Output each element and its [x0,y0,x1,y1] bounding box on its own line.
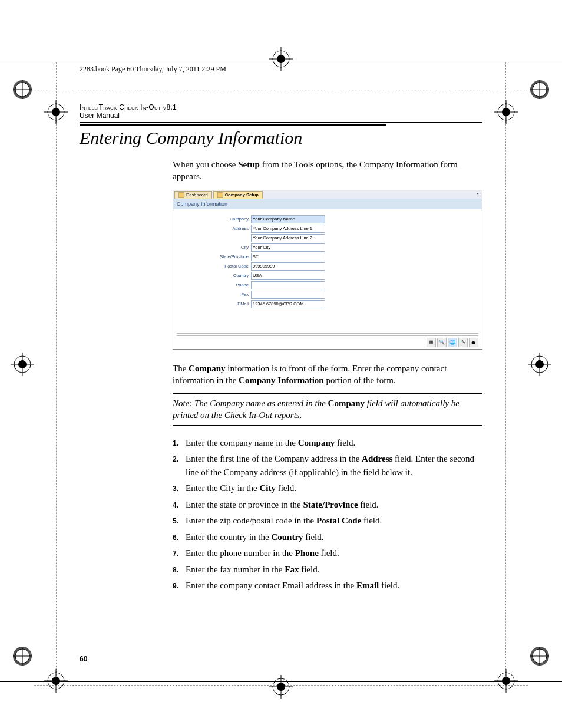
close-tab-button[interactable]: × [475,191,481,199]
input-address1[interactable]: Your Company Address Line 1 [251,225,325,233]
body-paragraph: The Company information is to front of t… [173,363,482,387]
step-item: Enter the country in the Country field. [173,531,482,544]
note-block: Note: The Company name as entered in the… [173,393,482,426]
step-item: Enter the company contact Email address … [173,579,482,592]
exit-icon[interactable]: ⏏ [469,338,478,347]
folder-icon [178,192,184,198]
manual-label: User Manual [80,111,482,120]
label-email: EMail [200,301,251,307]
step-item: Enter the first line of the Company addr… [173,452,482,479]
registration-mark-icon [269,675,293,699]
input-country[interactable]: USA [251,272,325,280]
form-toolbar: ▦ 🔍 🌐 ✎ ⏏ [173,336,482,349]
label-phone: Phone [200,282,251,288]
input-phone[interactable] [251,281,325,289]
label-country: Country [200,273,251,278]
book-metadata-header: 2283.book Page 60 Thursday, July 7, 2011… [80,65,482,74]
label-postal: Postal Code [200,263,251,269]
step-item: Enter the company name in the Company fi… [173,436,482,450]
globe-icon[interactable]: 🌐 [448,338,457,347]
tools-icon[interactable]: ✎ [458,338,468,347]
label-address: Address [200,226,251,231]
step-item: Enter the fax number in the Fax field. [173,563,482,577]
label-company: Company [200,216,251,222]
step-item: Enter the City in the City field. [173,482,482,495]
input-address2[interactable]: Your Company Address Line 2 [251,234,325,242]
page-number: 60 [80,655,87,663]
registration-mark-icon [11,644,34,668]
label-city: City [200,245,251,250]
registration-mark-icon [494,669,518,693]
registration-mark-icon [528,353,551,376]
label-fax: Fax [200,292,251,297]
registration-mark-icon [11,353,34,376]
step-item: Enter the state or province in the State… [173,498,482,512]
input-city[interactable]: Your City [251,243,325,252]
registration-mark-icon [494,100,518,124]
input-fax[interactable] [251,291,325,299]
step-item: Enter the zip code/postal code in the Po… [173,514,482,528]
window-tabs: Dashboard Company Setup × [173,190,482,199]
search-icon[interactable]: 🔍 [437,338,447,347]
running-head: IntelliTrack Check In-Out v8.1 User Manu… [80,103,482,123]
toolbar-icon-1[interactable]: ▦ [427,338,436,347]
form-title: Company Information [173,199,482,209]
divider [177,333,478,334]
input-state[interactable]: ST [251,253,325,261]
label-state: State/Province [200,254,251,259]
registration-mark-icon [528,78,551,101]
registration-mark-icon [528,644,551,668]
input-email[interactable]: 12345.67890@CPS.COM [251,300,325,308]
trim-line-right [505,62,506,682]
input-company[interactable]: Your Company Name [251,215,325,223]
intro-paragraph: When you choose Setup from the Tools opt… [173,159,482,183]
product-title: IntelliTrack Check In-Out v8.1 [80,103,482,111]
folder-icon [217,192,223,198]
tab-dashboard[interactable]: Dashboard [174,191,212,199]
registration-mark-icon [44,100,68,124]
step-item: Enter the phone number in the Phone fiel… [173,546,482,560]
registration-mark-icon [44,669,68,693]
section-heading: Entering Company Information [80,124,386,148]
trim-line-left [56,62,57,682]
steps-list: Enter the company name in the Company fi… [173,436,482,592]
tab-company-setup[interactable]: Company Setup [213,191,263,199]
registration-mark-icon [11,78,34,101]
input-postal[interactable]: 999999999 [251,262,325,271]
company-info-screenshot: Dashboard Company Setup × Company Inform… [173,190,482,350]
